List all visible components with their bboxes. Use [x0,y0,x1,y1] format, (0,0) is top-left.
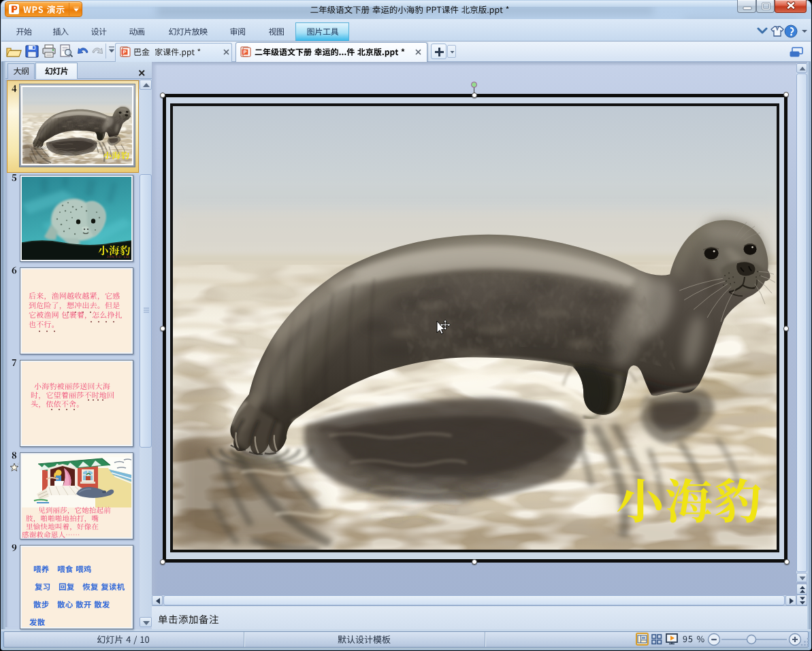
svg-text:P: P [123,49,126,55]
svg-text:P: P [243,49,246,55]
